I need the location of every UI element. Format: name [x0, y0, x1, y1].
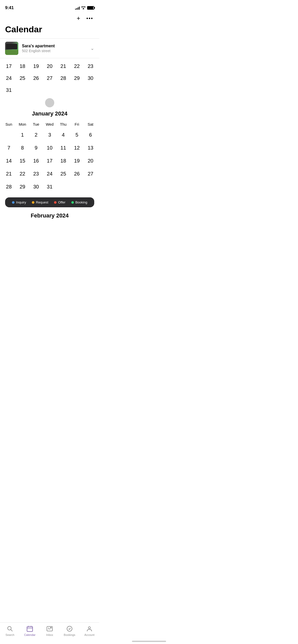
inquiry-label: Inquiry — [16, 200, 26, 204]
calendar-cell[interactable]: 8 — [16, 141, 29, 154]
calendar-cell[interactable]: 25 — [57, 167, 70, 180]
prev-day: 20 — [43, 60, 56, 72]
prev-day: 27 — [43, 72, 56, 84]
prev-day: 25 — [16, 72, 29, 84]
calendar-cell[interactable]: 15 — [16, 154, 29, 167]
property-card[interactable]: Sara's apartment 502 English street ⌄ — [0, 38, 99, 58]
property-info: Sara's apartment 502 English street — [18, 44, 88, 53]
inquiry-dot — [12, 201, 15, 204]
calendar-cell[interactable]: 28 — [2, 180, 16, 193]
legend-booking: Booking — [71, 200, 87, 204]
calendar-cell[interactable]: 27 — [84, 167, 97, 180]
calendar-cell[interactable]: 1 — [16, 128, 29, 141]
weekday-sun: Sun — [2, 120, 16, 128]
calendar-cell[interactable]: 13 — [84, 141, 97, 154]
calendar-cell[interactable]: 16 — [29, 154, 43, 167]
prev-day: 18 — [16, 60, 29, 72]
prev-day: 30 — [84, 72, 97, 84]
legend-request: Request — [32, 200, 48, 204]
weekday-sat: Sat — [84, 120, 97, 128]
offer-dot — [54, 201, 57, 204]
booking-label: Booking — [75, 200, 87, 204]
more-button[interactable]: ••• — [85, 15, 94, 22]
calendar-cell[interactable]: 4 — [57, 128, 70, 141]
month-divider — [0, 96, 99, 108]
request-label: Request — [36, 200, 48, 204]
weekday-tue: Tue — [29, 120, 43, 128]
calendar-cell[interactable]: 17 — [43, 154, 56, 167]
calendar-cell[interactable]: 31 — [43, 180, 56, 193]
prev-day: 24 — [2, 72, 16, 84]
calendar-cell[interactable]: 12 — [70, 141, 84, 154]
status-icons — [75, 6, 94, 10]
calendar-cell[interactable]: 24 — [43, 167, 56, 180]
calendar-section: 17 18 19 20 21 22 23 24 25 26 27 28 29 3… — [0, 58, 99, 234]
weekday-mon: Mon — [16, 120, 29, 128]
calendar-cell — [84, 180, 97, 193]
calendar-cell[interactable]: 20 — [84, 154, 97, 167]
calendar-cell[interactable]: 11 — [57, 141, 70, 154]
calendar-cell[interactable]: 5 — [70, 128, 84, 141]
divider-dot — [45, 98, 54, 107]
weekday-thu: Thu — [57, 120, 70, 128]
prev-day: 23 — [84, 60, 97, 72]
chevron-down-icon: ⌄ — [88, 46, 94, 51]
prev-day: 29 — [70, 72, 84, 84]
status-bar: 9:41 — [0, 0, 99, 12]
calendar-cell[interactable]: 26 — [70, 167, 84, 180]
prev-month-days: 17 18 19 20 21 22 23 24 25 26 27 28 29 3… — [0, 58, 99, 96]
prev-day: 26 — [29, 72, 43, 84]
month-title: January 2024 — [0, 108, 99, 120]
legend-inquiry: Inquiry — [12, 200, 26, 204]
prev-day: 19 — [29, 60, 43, 72]
calendar-cell[interactable]: 21 — [2, 167, 16, 180]
prev-day: 22 — [70, 60, 84, 72]
calendar-cell[interactable]: 14 — [2, 154, 16, 167]
calendar-cell[interactable]: 29 — [16, 180, 29, 193]
calendar-cell[interactable]: 18 — [57, 154, 70, 167]
calendar-cell[interactable]: 9 — [29, 141, 43, 154]
add-button[interactable]: + — [76, 14, 81, 22]
booking-dot — [71, 201, 74, 204]
status-time: 9:41 — [5, 5, 14, 10]
prev-day: 17 — [2, 60, 16, 72]
property-address: 502 English street — [22, 49, 88, 53]
weekday-wed: Wed — [43, 120, 56, 128]
top-actions: + ••• — [0, 12, 99, 24]
prev-day: 28 — [57, 72, 70, 84]
weekday-headers: Sun Mon Tue Wed Thu Fri Sat — [0, 120, 99, 128]
calendar-cell — [57, 180, 70, 193]
calendar-cell[interactable]: 23 — [29, 167, 43, 180]
legend-bar: Inquiry Request Offer Booking — [5, 197, 94, 207]
battery-icon — [87, 6, 94, 10]
weekday-fri: Fri — [70, 120, 84, 128]
property-image — [5, 42, 18, 55]
prev-day: 21 — [57, 60, 70, 72]
calendar-cell[interactable] — [2, 128, 16, 141]
legend-offer: Offer — [54, 200, 65, 204]
calendar-cell[interactable]: 6 — [84, 128, 97, 141]
calendar-grid: 1 2 3 4 5 6 7 8 9 10 11 12 13 14 15 16 1… — [0, 128, 99, 193]
request-dot — [32, 201, 34, 204]
calendar-cell[interactable]: 19 — [70, 154, 84, 167]
calendar-cell[interactable]: 22 — [16, 167, 29, 180]
calendar-cell — [70, 180, 84, 193]
page-title: Calendar — [0, 24, 99, 38]
property-name: Sara's apartment — [22, 44, 88, 48]
calendar-cell[interactable]: 30 — [29, 180, 43, 193]
next-month-title: February 2024 — [0, 211, 99, 234]
signal-icon — [75, 6, 80, 10]
calendar-cell[interactable]: 3 — [43, 128, 56, 141]
offer-label: Offer — [58, 200, 65, 204]
calendar-cell[interactable]: 2 — [29, 128, 43, 141]
calendar-cell[interactable]: 7 — [2, 141, 16, 154]
prev-day: 31 — [2, 84, 16, 96]
wifi-icon — [81, 6, 86, 9]
calendar-cell[interactable]: 10 — [43, 141, 56, 154]
